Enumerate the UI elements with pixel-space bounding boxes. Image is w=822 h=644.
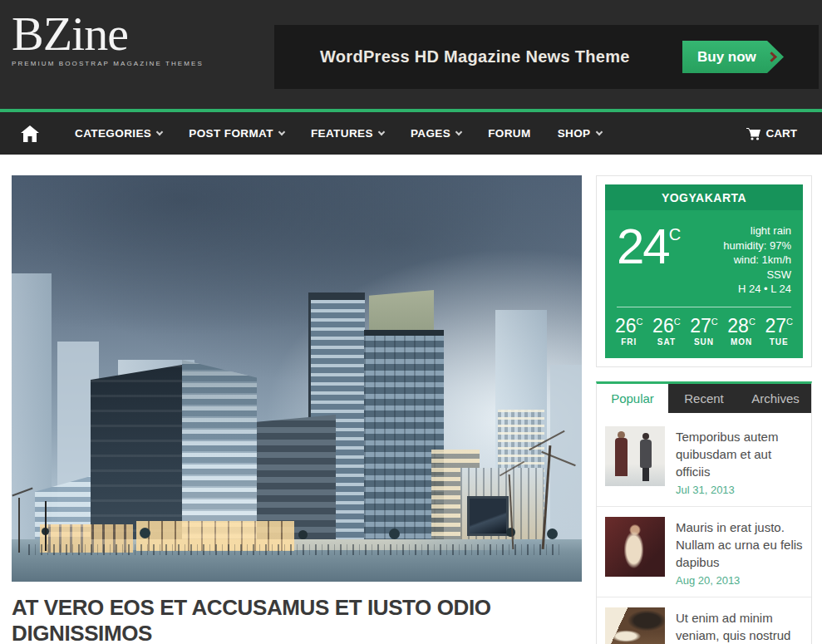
popular-posts-list: Temporibus autem quibusdam et aut offici… — [597, 413, 811, 644]
weather-high-low: H 24 • L 24 — [723, 282, 791, 297]
post-info: Ut enim ad minim veniam, quis nostrud Ju… — [676, 607, 803, 644]
weather-temp-unit: C — [669, 225, 681, 243]
post-title[interactable]: Ut enim ad minim veniam, quis nostrud — [676, 609, 803, 644]
forecast-unit: C — [786, 317, 793, 327]
hero-pole — [45, 501, 47, 551]
post-thumbnail — [605, 517, 665, 577]
forecast-unit: C — [637, 317, 643, 327]
site-header: BZine PREMIUM BOOSTRAP MAGAZINE THEMES W… — [0, 0, 822, 109]
ad-banner-text: WordPress HD Magazine News Theme — [320, 47, 630, 66]
nav-item-label: SHOP — [558, 127, 591, 140]
main-column: AT VERO EOS ET ACCUSAMUS ET IUSTO ODIO D… — [12, 175, 582, 644]
nav-item-shop[interactable]: SHOP — [558, 127, 602, 140]
ad-banner[interactable]: WordPress HD Magazine News Theme Buy now — [274, 25, 819, 89]
post-title[interactable]: Mauris in erat justo. Nullam ac urna eu … — [676, 519, 803, 571]
weather-widget: YOGYAKARTA 24C light rain humidity: 97% … — [596, 175, 812, 367]
nav-item-label: FEATURES — [311, 127, 373, 140]
thumbnail-art — [640, 440, 652, 468]
nav-item-features[interactable]: FEATURES — [311, 127, 384, 140]
post-title[interactable]: Temporibus autem quibusdam et aut offici… — [676, 428, 803, 480]
tab-popular[interactable]: Popular — [597, 384, 668, 413]
chevron-right-icon — [766, 52, 777, 62]
list-item[interactable]: Temporibus autem quibusdam et aut offici… — [597, 416, 811, 506]
cart-icon — [746, 127, 761, 140]
weather-wind-direction: SSW — [723, 268, 791, 283]
forecast-temp: 27 — [690, 315, 711, 337]
forecast-day: 26C FRI — [615, 316, 643, 347]
forecast-temp: 26 — [652, 315, 674, 337]
buy-now-button[interactable]: Buy now — [682, 41, 784, 73]
forecast-unit: C — [711, 317, 718, 327]
featured-post-image[interactable] — [12, 175, 582, 582]
post-thumbnail — [605, 607, 665, 644]
nav-home-button[interactable] — [12, 125, 48, 142]
weather-condition: light rain — [723, 224, 791, 238]
sidebar: YOGYAKARTA 24C light rain humidity: 97% … — [596, 175, 812, 644]
forecast-day: 27C TUE — [765, 316, 793, 347]
forecast-temp: 26 — [615, 315, 637, 337]
posts-widget: Popular Recent Archives Temporibus autem… — [596, 381, 812, 644]
site-logo[interactable]: BZine PREMIUM BOOSTRAP MAGAZINE THEMES — [12, 10, 204, 67]
nav-item-label: POST FORMAT — [189, 127, 273, 140]
tab-archives[interactable]: Archives — [740, 384, 811, 413]
weather-wind: wind: 1km/h — [723, 253, 791, 268]
thumbnail-art — [615, 438, 628, 476]
chevron-down-icon — [455, 128, 462, 135]
nav-item-label: PAGES — [411, 127, 450, 140]
weather-panel: YOGYAKARTA 24C light rain humidity: 97% … — [605, 184, 803, 358]
forecast-day-label: TUE — [765, 337, 793, 347]
logo-title: BZine — [12, 10, 204, 58]
hero-screen-billboard — [467, 496, 509, 536]
tab-bar: Popular Recent Archives — [597, 384, 811, 413]
forecast-unit: C — [674, 317, 681, 327]
nav-item-label: CATEGORIES — [75, 127, 151, 140]
weather-city: YOGYAKARTA — [605, 184, 803, 210]
weather-temperature: 24C — [617, 222, 681, 297]
post-info: Mauris in erat justo. Nullam ac urna eu … — [676, 517, 803, 587]
thumbnail-art — [642, 468, 649, 481]
forecast-day: 28C MON — [727, 316, 756, 347]
home-icon — [21, 125, 39, 142]
nav-item-label: FORUM — [488, 127, 531, 140]
buy-now-label: Buy now — [697, 49, 756, 66]
forecast-day-label: SAT — [652, 337, 681, 347]
logo-tagline: PREMIUM BOOSTRAP MAGAZINE THEMES — [12, 60, 204, 67]
post-date: Aug 20, 2013 — [676, 574, 803, 587]
forecast-day: 26C SAT — [652, 316, 681, 347]
nav-item-forum[interactable]: FORUM — [488, 127, 531, 140]
weather-temp-value: 24 — [617, 219, 669, 274]
post-thumbnail — [605, 426, 665, 486]
weather-humidity: humidity: 97% — [723, 238, 791, 253]
hero-crowd — [28, 544, 564, 555]
thumbnail-art — [642, 433, 649, 440]
content-area: AT VERO EOS ET ACCUSAMUS ET IUSTO ODIO D… — [0, 155, 822, 644]
forecast-temp: 28 — [727, 315, 749, 337]
nav-item-categories[interactable]: CATEGORIES — [75, 127, 162, 140]
weather-details: light rain humidity: 97% wind: 1km/h SSW… — [723, 222, 791, 297]
hero-tree — [18, 498, 20, 553]
forecast-temp: 27 — [765, 315, 786, 337]
list-item[interactable]: Mauris in erat justo. Nullam ac urna eu … — [597, 506, 811, 597]
weather-body: 24C light rain humidity: 97% wind: 1km/h… — [605, 210, 803, 302]
cart-button[interactable]: CART — [746, 127, 798, 140]
post-info: Temporibus autem quibusdam et aut offici… — [676, 426, 803, 496]
forecast-day-label: SUN — [690, 337, 718, 347]
post-date: Jul 31, 2013 — [676, 484, 803, 496]
forecast-day: 27C SUN — [690, 316, 718, 347]
forecast-unit: C — [749, 317, 756, 327]
chevron-down-icon — [156, 128, 163, 135]
chevron-down-icon — [378, 128, 385, 135]
forecast-day-label: MON — [727, 337, 756, 347]
nav-item-post-format[interactable]: POST FORMAT — [189, 127, 284, 140]
tab-recent[interactable]: Recent — [668, 384, 740, 413]
chevron-down-icon — [278, 128, 285, 135]
cart-label: CART — [766, 127, 798, 140]
article-title[interactable]: AT VERO EOS ET ACCUSAMUS ET IUSTO ODIO D… — [12, 595, 582, 644]
nav-item-pages[interactable]: PAGES — [411, 127, 461, 140]
chevron-down-icon — [595, 128, 602, 135]
list-item[interactable]: Ut enim ad minim veniam, quis nostrud Ju… — [597, 597, 811, 644]
weather-forecast: 26C FRI 26C SAT 27C SUN 28C MON — [605, 307, 803, 358]
forecast-day-label: FRI — [615, 337, 643, 347]
main-nav: CATEGORIES POST FORMAT FEATURES PAGES FO… — [0, 109, 822, 155]
